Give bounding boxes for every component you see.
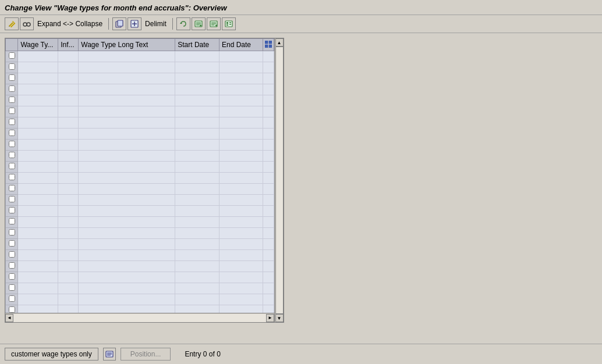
position-button[interactable]: Position... bbox=[121, 348, 171, 361]
row-checkbox[interactable] bbox=[9, 306, 15, 313]
table-row[interactable] bbox=[6, 173, 274, 184]
row-checkbox[interactable] bbox=[9, 152, 15, 158]
scroll-right-button[interactable]: ► bbox=[266, 314, 274, 322]
row-select[interactable] bbox=[6, 106, 18, 117]
config-icon bbox=[225, 20, 233, 28]
table-row[interactable] bbox=[6, 250, 274, 261]
table-row[interactable] bbox=[6, 206, 274, 217]
row-checkbox[interactable] bbox=[9, 240, 15, 247]
table-cell bbox=[58, 217, 79, 228]
table-row[interactable] bbox=[6, 283, 274, 294]
table-row[interactable] bbox=[6, 129, 274, 140]
row-select[interactable] bbox=[6, 173, 18, 184]
row-checkbox[interactable] bbox=[9, 273, 15, 280]
table-row[interactable] bbox=[6, 305, 274, 313]
table-row[interactable] bbox=[6, 106, 274, 117]
row-select[interactable] bbox=[6, 140, 18, 151]
table-row[interactable] bbox=[6, 62, 274, 73]
row-select[interactable] bbox=[6, 73, 18, 84]
svg-point-4 bbox=[23, 23, 27, 26]
row-select[interactable] bbox=[6, 195, 18, 206]
table-row[interactable] bbox=[6, 73, 274, 84]
data-table: Wage Ty... Inf... Wage Type Long Text St… bbox=[5, 38, 274, 313]
row-select[interactable] bbox=[6, 162, 18, 173]
row-select[interactable] bbox=[6, 62, 18, 73]
row-select[interactable] bbox=[6, 261, 18, 272]
delimit-button[interactable]: Delimit bbox=[143, 19, 169, 29]
pencil-button[interactable] bbox=[5, 17, 19, 30]
table-row[interactable] bbox=[6, 51, 274, 62]
row-select[interactable] bbox=[6, 51, 18, 62]
row-select[interactable] bbox=[6, 84, 18, 95]
row-checkbox[interactable] bbox=[9, 284, 15, 291]
row-checkbox[interactable] bbox=[9, 52, 15, 59]
export-button[interactable] bbox=[207, 17, 221, 30]
row-select[interactable] bbox=[6, 250, 18, 261]
table-row[interactable] bbox=[6, 95, 274, 106]
table-cell bbox=[58, 283, 79, 294]
table-row[interactable] bbox=[6, 195, 274, 206]
expand-collapse-button[interactable]: Expand <-> Collapse bbox=[35, 19, 105, 29]
row-checkbox[interactable] bbox=[9, 218, 15, 224]
scroll-left-button[interactable]: ◄ bbox=[5, 314, 13, 322]
row-checkbox[interactable] bbox=[9, 163, 15, 169]
table-row[interactable] bbox=[6, 217, 274, 228]
row-select[interactable] bbox=[6, 117, 18, 129]
row-select[interactable] bbox=[6, 184, 18, 195]
table-row[interactable] bbox=[6, 228, 274, 239]
table-cell bbox=[263, 162, 274, 173]
row-checkbox[interactable] bbox=[9, 295, 15, 302]
row-select[interactable] bbox=[6, 129, 18, 140]
row-checkbox[interactable] bbox=[9, 74, 15, 81]
table-row[interactable] bbox=[6, 140, 274, 151]
row-select[interactable] bbox=[6, 228, 18, 239]
table-cell bbox=[18, 173, 58, 184]
customer-wage-types-button[interactable]: customer wage types only bbox=[5, 348, 98, 361]
table-row[interactable] bbox=[6, 162, 274, 173]
copy-button[interactable] bbox=[112, 17, 126, 30]
row-select[interactable] bbox=[6, 294, 18, 305]
footer-icon-button[interactable] bbox=[103, 348, 116, 361]
row-checkbox[interactable] bbox=[9, 119, 15, 125]
row-checkbox[interactable] bbox=[9, 185, 15, 191]
config-button[interactable] bbox=[222, 17, 236, 30]
glasses-button[interactable] bbox=[20, 17, 34, 30]
import-button[interactable] bbox=[192, 17, 206, 30]
row-checkbox[interactable] bbox=[9, 251, 15, 258]
table-cell bbox=[175, 95, 219, 106]
row-select[interactable] bbox=[6, 206, 18, 217]
row-select[interactable] bbox=[6, 217, 18, 228]
row-checkbox[interactable] bbox=[9, 85, 15, 92]
row-checkbox[interactable] bbox=[9, 207, 15, 213]
new-entries-button[interactable] bbox=[128, 17, 141, 30]
row-checkbox[interactable] bbox=[9, 63, 15, 70]
scroll-down-button[interactable]: ▼ bbox=[275, 314, 284, 322]
table-row[interactable] bbox=[6, 294, 274, 305]
table-cell bbox=[58, 95, 79, 106]
row-select[interactable] bbox=[6, 239, 18, 250]
table-row[interactable] bbox=[6, 272, 274, 283]
table-row[interactable] bbox=[6, 117, 274, 129]
row-checkbox[interactable] bbox=[9, 196, 15, 202]
scroll-up-button[interactable]: ▲ bbox=[275, 38, 284, 47]
row-select[interactable] bbox=[6, 151, 18, 162]
undo-button[interactable] bbox=[176, 17, 190, 30]
row-checkbox[interactable] bbox=[9, 229, 15, 235]
table-row[interactable] bbox=[6, 184, 274, 195]
row-select[interactable] bbox=[6, 272, 18, 283]
row-checkbox[interactable] bbox=[9, 174, 15, 180]
row-checkbox[interactable] bbox=[9, 97, 15, 103]
svg-rect-33 bbox=[269, 45, 272, 48]
table-row[interactable] bbox=[6, 84, 274, 95]
row-select[interactable] bbox=[6, 305, 18, 313]
row-checkbox[interactable] bbox=[9, 108, 15, 114]
row-checkbox[interactable] bbox=[9, 262, 15, 269]
table-row[interactable] bbox=[6, 151, 274, 162]
row-checkbox[interactable] bbox=[9, 141, 15, 147]
col-settings-header[interactable] bbox=[263, 39, 274, 51]
row-select[interactable] bbox=[6, 95, 18, 106]
row-select[interactable] bbox=[6, 283, 18, 294]
row-checkbox[interactable] bbox=[9, 130, 15, 136]
table-row[interactable] bbox=[6, 239, 274, 250]
table-row[interactable] bbox=[6, 261, 274, 272]
